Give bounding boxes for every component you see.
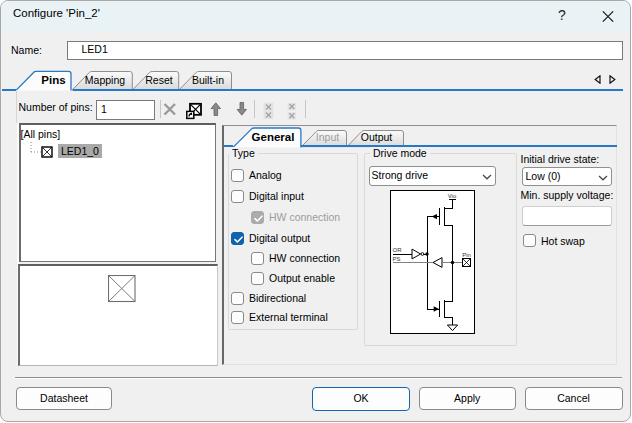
svg-text:Pins: Pins — [41, 74, 65, 86]
svg-text:Output: Output — [361, 131, 393, 143]
svg-text:Vio: Vio — [448, 193, 457, 199]
svg-text:Pin: Pin — [462, 252, 471, 258]
svg-text:Built-in: Built-in — [192, 74, 224, 86]
svg-text:Reset: Reset — [145, 74, 173, 86]
svg-text:OR: OR — [393, 247, 403, 253]
svg-text:PS: PS — [393, 256, 401, 262]
svg-text:General: General — [252, 131, 295, 143]
svg-text:Input: Input — [316, 131, 339, 143]
svg-text:Mapping: Mapping — [85, 74, 125, 86]
